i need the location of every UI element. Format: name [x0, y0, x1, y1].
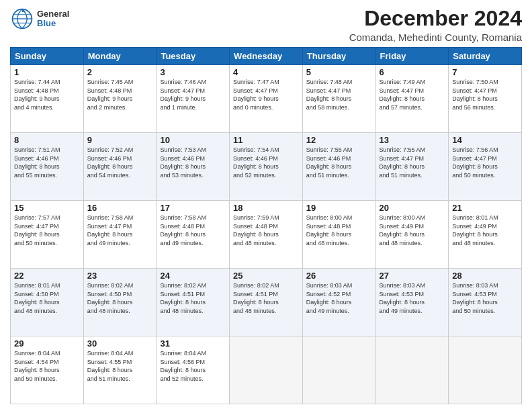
- day-info: Sunrise: 7:48 AM Sunset: 4:47 PM Dayligh…: [306, 78, 372, 111]
- calendar-cell: 4Sunrise: 7:47 AM Sunset: 4:47 PM Daylig…: [230, 65, 303, 133]
- day-number: 12: [306, 135, 372, 145]
- day-info: Sunrise: 7:56 AM Sunset: 4:47 PM Dayligh…: [452, 146, 518, 179]
- day-info: Sunrise: 8:02 AM Sunset: 4:50 PM Dayligh…: [87, 281, 153, 315]
- day-number: 29: [14, 338, 80, 349]
- day-info: Sunrise: 7:58 AM Sunset: 4:48 PM Dayligh…: [160, 214, 226, 247]
- calendar-cell: 31Sunrise: 8:04 AM Sunset: 4:56 PM Dayli…: [157, 336, 230, 404]
- day-info: Sunrise: 8:02 AM Sunset: 4:51 PM Dayligh…: [233, 281, 299, 315]
- day-number: 19: [306, 203, 372, 213]
- day-number: 9: [87, 135, 153, 145]
- calendar-cell: 20Sunrise: 8:00 AM Sunset: 4:49 PM Dayli…: [375, 201, 449, 269]
- calendar-cell: 29Sunrise: 8:04 AM Sunset: 4:54 PM Dayli…: [11, 336, 84, 404]
- calendar-cell: 13Sunrise: 7:55 AM Sunset: 4:47 PM Dayli…: [375, 133, 449, 201]
- calendar-cell: [230, 336, 303, 404]
- logo-blue-text: Blue: [37, 19, 69, 28]
- calendar-cell: 14Sunrise: 7:56 AM Sunset: 4:47 PM Dayli…: [449, 133, 522, 201]
- calendar-cell: 25Sunrise: 8:02 AM Sunset: 4:51 PM Dayli…: [230, 269, 303, 336]
- day-number: 6: [380, 67, 445, 77]
- day-info: Sunrise: 7:58 AM Sunset: 4:47 PM Dayligh…: [87, 214, 153, 247]
- calendar-week-3: 15Sunrise: 7:57 AM Sunset: 4:47 PM Dayli…: [11, 201, 522, 269]
- day-number: 16: [87, 203, 153, 213]
- header: General Blue December 2024 Comanda, Mehe…: [10, 7, 522, 43]
- logo-general-text: General: [37, 9, 69, 19]
- day-number: 11: [233, 135, 299, 145]
- calendar-cell: [302, 336, 375, 404]
- day-info: Sunrise: 8:04 AM Sunset: 4:55 PM Dayligh…: [87, 349, 153, 383]
- day-number: 17: [160, 203, 226, 213]
- day-number: 30: [87, 338, 153, 349]
- col-thursday: Thursday: [302, 48, 375, 65]
- calendar-cell: 24Sunrise: 8:02 AM Sunset: 4:51 PM Dayli…: [157, 269, 230, 336]
- day-info: Sunrise: 8:04 AM Sunset: 4:56 PM Dayligh…: [160, 349, 226, 383]
- day-number: 20: [380, 203, 445, 213]
- day-number: 18: [233, 203, 299, 213]
- day-number: 3: [160, 67, 226, 77]
- day-info: Sunrise: 8:03 AM Sunset: 4:53 PM Dayligh…: [452, 281, 518, 315]
- day-number: 7: [452, 67, 518, 77]
- calendar-cell: [375, 336, 449, 404]
- col-wednesday: Wednesday: [230, 48, 303, 65]
- calendar-cell: 3Sunrise: 7:46 AM Sunset: 4:47 PM Daylig…: [157, 65, 230, 133]
- day-info: Sunrise: 7:59 AM Sunset: 4:48 PM Dayligh…: [233, 214, 299, 247]
- day-info: Sunrise: 8:01 AM Sunset: 4:49 PM Dayligh…: [452, 214, 518, 247]
- day-info: Sunrise: 7:52 AM Sunset: 4:46 PM Dayligh…: [87, 146, 153, 179]
- day-info: Sunrise: 8:04 AM Sunset: 4:54 PM Dayligh…: [14, 349, 80, 383]
- day-info: Sunrise: 8:00 AM Sunset: 4:49 PM Dayligh…: [380, 214, 445, 247]
- calendar-cell: 15Sunrise: 7:57 AM Sunset: 4:47 PM Dayli…: [11, 201, 84, 269]
- day-number: 25: [233, 271, 299, 281]
- col-sunday: Sunday: [11, 48, 84, 65]
- calendar-cell: 5Sunrise: 7:48 AM Sunset: 4:47 PM Daylig…: [302, 65, 375, 133]
- day-number: 2: [87, 67, 153, 77]
- calendar-week-2: 8Sunrise: 7:51 AM Sunset: 4:46 PM Daylig…: [11, 133, 522, 201]
- page: General Blue December 2024 Comanda, Mehe…: [0, 0, 532, 411]
- day-info: Sunrise: 8:02 AM Sunset: 4:51 PM Dayligh…: [160, 281, 226, 315]
- calendar-cell: 22Sunrise: 8:01 AM Sunset: 4:50 PM Dayli…: [11, 269, 84, 336]
- day-number: 23: [87, 271, 153, 281]
- calendar-cell: 16Sunrise: 7:58 AM Sunset: 4:47 PM Dayli…: [83, 201, 157, 269]
- col-monday: Monday: [83, 48, 157, 65]
- day-number: 8: [14, 135, 80, 145]
- day-number: 1: [14, 67, 80, 77]
- calendar-cell: [449, 336, 522, 404]
- day-info: Sunrise: 7:47 AM Sunset: 4:47 PM Dayligh…: [233, 78, 299, 111]
- calendar-week-4: 22Sunrise: 8:01 AM Sunset: 4:50 PM Dayli…: [11, 269, 522, 336]
- logo-text: General Blue: [37, 9, 69, 29]
- day-number: 21: [452, 203, 518, 213]
- day-number: 26: [306, 271, 372, 281]
- calendar-cell: 26Sunrise: 8:03 AM Sunset: 4:52 PM Dayli…: [302, 269, 375, 336]
- day-number: 22: [14, 271, 80, 281]
- calendar-cell: 8Sunrise: 7:51 AM Sunset: 4:46 PM Daylig…: [11, 133, 84, 201]
- col-friday: Friday: [375, 48, 449, 65]
- day-info: Sunrise: 8:00 AM Sunset: 4:48 PM Dayligh…: [306, 214, 372, 247]
- day-info: Sunrise: 7:46 AM Sunset: 4:47 PM Dayligh…: [160, 78, 226, 111]
- day-info: Sunrise: 7:55 AM Sunset: 4:47 PM Dayligh…: [380, 146, 445, 179]
- day-info: Sunrise: 8:03 AM Sunset: 4:52 PM Dayligh…: [306, 281, 372, 315]
- day-number: 5: [306, 67, 372, 77]
- calendar-cell: 1Sunrise: 7:44 AM Sunset: 4:48 PM Daylig…: [11, 65, 84, 133]
- calendar-week-1: 1Sunrise: 7:44 AM Sunset: 4:48 PM Daylig…: [11, 65, 522, 133]
- calendar-cell: 11Sunrise: 7:54 AM Sunset: 4:46 PM Dayli…: [230, 133, 303, 201]
- day-info: Sunrise: 7:49 AM Sunset: 4:47 PM Dayligh…: [380, 78, 445, 111]
- day-info: Sunrise: 7:44 AM Sunset: 4:48 PM Dayligh…: [14, 78, 80, 111]
- calendar-cell: 7Sunrise: 7:50 AM Sunset: 4:47 PM Daylig…: [449, 65, 522, 133]
- logo-icon: [10, 7, 34, 31]
- day-number: 24: [160, 271, 226, 281]
- calendar-cell: 6Sunrise: 7:49 AM Sunset: 4:47 PM Daylig…: [375, 65, 449, 133]
- logo: General Blue: [10, 7, 69, 31]
- calendar-cell: 10Sunrise: 7:53 AM Sunset: 4:46 PM Dayli…: [157, 133, 230, 201]
- col-saturday: Saturday: [449, 48, 522, 65]
- day-info: Sunrise: 7:53 AM Sunset: 4:46 PM Dayligh…: [160, 146, 226, 179]
- day-number: 4: [233, 67, 299, 77]
- day-info: Sunrise: 7:51 AM Sunset: 4:46 PM Dayligh…: [14, 146, 80, 179]
- day-number: 28: [452, 271, 518, 281]
- calendar-cell: 9Sunrise: 7:52 AM Sunset: 4:46 PM Daylig…: [83, 133, 157, 201]
- calendar-cell: 17Sunrise: 7:58 AM Sunset: 4:48 PM Dayli…: [157, 201, 230, 269]
- day-number: 13: [380, 135, 445, 145]
- day-number: 14: [452, 135, 518, 145]
- month-title: December 2024: [349, 7, 522, 30]
- calendar-cell: 12Sunrise: 7:55 AM Sunset: 4:46 PM Dayli…: [302, 133, 375, 201]
- day-number: 10: [160, 135, 226, 145]
- calendar-cell: 27Sunrise: 8:03 AM Sunset: 4:53 PM Dayli…: [375, 269, 449, 336]
- calendar-cell: 23Sunrise: 8:02 AM Sunset: 4:50 PM Dayli…: [83, 269, 157, 336]
- calendar-cell: 30Sunrise: 8:04 AM Sunset: 4:55 PM Dayli…: [83, 336, 157, 404]
